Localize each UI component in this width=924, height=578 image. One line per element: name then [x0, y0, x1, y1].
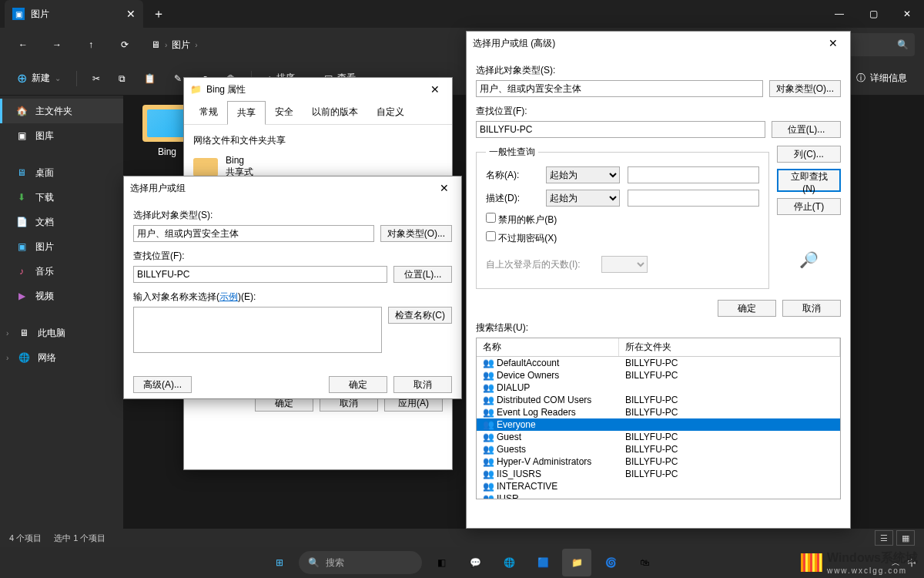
path-segment[interactable]: 图片 [172, 39, 190, 52]
tab-security[interactable]: 安全 [266, 101, 303, 124]
grid-view-button[interactable]: ▦ [896, 530, 915, 546]
noexpire-checkbox[interactable]: 不过期密码(X) [486, 231, 759, 245]
object-type-input[interactable] [476, 80, 763, 97]
desc-query-input[interactable] [628, 190, 759, 207]
result-row[interactable]: 👥GuestsBILLYFU-PC [477, 443, 840, 455]
back-button[interactable]: ← [9, 31, 37, 59]
result-row[interactable]: 👥IIS_IUSRSBILLYFU-PC [477, 468, 840, 480]
location-input[interactable] [133, 266, 387, 283]
desc-condition-select[interactable]: 起始为 [546, 190, 620, 207]
locations-button[interactable]: 位置(L)... [393, 266, 452, 283]
taskbar-search[interactable]: 🔍搜索 [299, 551, 422, 574]
folder-label: Bing [158, 146, 176, 157]
close-icon[interactable]: ✕ [434, 180, 455, 196]
refresh-button[interactable]: ⟳ [111, 31, 139, 59]
chevron-down-icon: ⌄ [55, 74, 61, 82]
tab-pictures[interactable]: ▣ 图片 ✕ [5, 0, 143, 28]
sidebar-item-documents[interactable]: 📄文档 [0, 210, 123, 234]
result-row[interactable]: 👥DefaultAccountBILLYFU-PC [477, 357, 840, 369]
advanced-button[interactable]: 高级(A)... [133, 376, 192, 393]
cancel-button[interactable]: 取消 [393, 376, 452, 393]
app-store[interactable]: 🛍 [630, 549, 659, 576]
dialog-title: Bing 属性 [206, 83, 246, 96]
names-input[interactable] [133, 307, 382, 353]
app-explorer[interactable]: 📁 [562, 549, 591, 576]
app-chrome[interactable]: 🌐 [494, 549, 524, 576]
close-icon[interactable]: ✕ [822, 35, 844, 51]
folder-icon: 📁 [190, 84, 202, 95]
home-icon: 🏠 [15, 105, 28, 117]
days-select[interactable] [601, 256, 648, 273]
sidebar-item-desktop[interactable]: 🖥桌面 [0, 160, 123, 185]
ok-button[interactable]: 确定 [329, 376, 387, 393]
column-folder[interactable]: 所在文件夹 [619, 338, 840, 356]
minimize-button[interactable]: — [822, 0, 856, 28]
disabled-checkbox[interactable]: 禁用的帐户(B) [486, 213, 759, 227]
result-row[interactable]: 👥Distributed COM UsersBILLYFU-PC [477, 394, 840, 406]
sidebar-item-gallery[interactable]: ▣图库 [0, 123, 123, 148]
object-types-button[interactable]: 对象类型(O)... [380, 225, 452, 242]
sidebar-item-downloads[interactable]: ⬇下载 [0, 185, 123, 210]
tab-previous[interactable]: 以前的版本 [303, 101, 367, 124]
result-row[interactable]: 👥GuestBILLYFU-PC [477, 431, 840, 443]
location-label: 查找位置(F): [133, 250, 452, 263]
result-row[interactable]: 👥Hyper-V AdministratorsBILLYFU-PC [477, 455, 840, 468]
result-row[interactable]: 👥DIALUP [477, 381, 840, 394]
name-query-input[interactable] [628, 166, 759, 183]
check-names-button[interactable]: 检查名称(C) [388, 307, 452, 324]
column-name[interactable]: 名称 [477, 338, 619, 356]
tab-share[interactable]: 共享 [227, 101, 266, 125]
sidebar-item-home[interactable]: 🏠主文件夹 [0, 99, 123, 123]
dialog-titlebar[interactable]: 选择用户或组 ✕ [124, 176, 461, 200]
copy-button[interactable]: ⧉ [111, 66, 133, 91]
find-now-button[interactable]: 立即查找(N) [777, 169, 841, 192]
cut-button[interactable]: ✂ [85, 66, 108, 91]
new-tab-button[interactable]: ＋ [143, 6, 174, 22]
result-row[interactable]: 👥INTERACTIVE [477, 480, 840, 492]
query-legend: 一般性查询 [486, 146, 538, 159]
locations-button[interactable]: 位置(L)... [772, 121, 841, 138]
app-generic[interactable]: 🟦 [528, 549, 557, 576]
dialog-titlebar[interactable]: 选择用户或组 (高级) ✕ [467, 32, 850, 55]
taskview-button[interactable]: ◧ [427, 549, 456, 576]
columns-button[interactable]: 列(C)... [777, 146, 841, 163]
result-row[interactable]: 👥Device OwnersBILLYFU-PC [477, 369, 840, 381]
picture-icon: ▣ [12, 8, 25, 20]
plus-icon: ⊕ [17, 71, 27, 86]
name-condition-select[interactable]: 起始为 [546, 166, 620, 183]
tab-close-icon[interactable]: ✕ [126, 8, 136, 20]
app-edge[interactable]: 🌀 [596, 549, 625, 576]
up-button[interactable]: ↑ [77, 31, 105, 59]
result-row[interactable]: 👥IUSR [477, 492, 840, 499]
app-chat[interactable]: 💬 [460, 549, 490, 576]
close-icon[interactable]: ✕ [424, 82, 446, 97]
new-button[interactable]: ⊕新建⌄ [9, 66, 69, 91]
object-type-input[interactable] [133, 225, 374, 242]
sidebar-item-network[interactable]: ›🌐网络 [0, 345, 123, 370]
network-icon: 🌐 [18, 351, 30, 364]
dialog-titlebar[interactable]: 📁 Bing 属性 ✕ [184, 78, 452, 101]
sidebar-item-thispc[interactable]: ›🖥此电脑 [0, 321, 123, 345]
tab-custom[interactable]: 自定义 [367, 101, 413, 124]
result-row[interactable]: 👥Everyone [477, 418, 840, 431]
results-list[interactable]: 名称 所在文件夹 👥DefaultAccountBILLYFU-PC👥Devic… [476, 338, 841, 499]
close-button[interactable]: ✕ [890, 0, 924, 28]
sidebar-item-videos[interactable]: ▶视频 [0, 284, 123, 308]
stop-button[interactable]: 停止(T) [777, 198, 841, 215]
document-icon: 📄 [15, 216, 28, 228]
tab-general[interactable]: 常规 [190, 101, 227, 124]
list-view-button[interactable]: ☰ [875, 530, 893, 546]
object-types-button[interactable]: 对象类型(O)... [769, 80, 841, 97]
example-link[interactable]: 示例 [219, 291, 238, 302]
details-button[interactable]: ⓘ详细信息 [849, 66, 915, 91]
sidebar-item-music[interactable]: ♪音乐 [0, 259, 123, 284]
location-input[interactable] [476, 121, 765, 138]
cancel-button[interactable]: 取消 [782, 300, 841, 317]
result-row[interactable]: 👥Event Log ReadersBILLYFU-PC [477, 406, 840, 418]
forward-button[interactable]: → [43, 31, 71, 59]
maximize-button[interactable]: ▢ [856, 0, 890, 28]
ok-button[interactable]: 确定 [718, 300, 776, 317]
paste-button[interactable]: 📋 [136, 66, 163, 91]
start-button[interactable]: ⊞ [265, 549, 294, 576]
sidebar-item-pictures[interactable]: ▣图片 [0, 234, 123, 259]
